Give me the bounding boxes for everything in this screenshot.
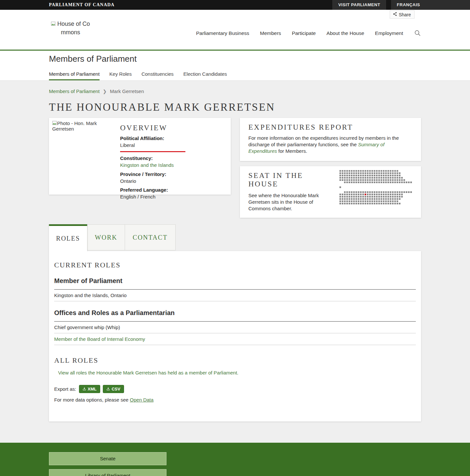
tab-work[interactable]: WORK	[87, 224, 125, 250]
seat-square	[381, 198, 382, 200]
seat-square	[369, 177, 371, 179]
seat-square	[401, 177, 403, 179]
offices-roles-heading: Offices and Roles as a Parliamentarian	[54, 309, 416, 322]
seat-square	[353, 175, 355, 176]
board-of-internal-economy-link[interactable]: Member of the Board of Internal Economy	[54, 336, 145, 342]
seat-square	[344, 177, 346, 179]
nav-members[interactable]: Members	[260, 30, 281, 36]
seat-square	[339, 170, 341, 172]
seat-square	[397, 194, 398, 195]
seat-square	[381, 182, 382, 183]
seat-square	[376, 170, 378, 172]
seat-square	[358, 194, 359, 195]
export-xml-button[interactable]: XML	[79, 385, 100, 393]
seat-square	[394, 203, 396, 204]
seat-square	[339, 175, 341, 176]
seat-square	[387, 191, 389, 193]
constituency-link[interactable]: Kingston and the Islands	[120, 162, 174, 168]
tab-members-of-parliament[interactable]: Members of Parliament	[49, 71, 100, 80]
seat-square	[367, 170, 368, 172]
seat-square	[346, 170, 348, 172]
search-button[interactable]	[414, 29, 421, 38]
seat-square	[346, 179, 348, 181]
seat-square	[371, 198, 373, 200]
share-button[interactable]: Share	[390, 10, 415, 19]
seat-square	[369, 191, 371, 193]
nav-employment[interactable]: Employment	[375, 30, 403, 36]
nav-participate[interactable]: Participate	[292, 30, 316, 36]
section-header: Members of Parliament Members of Parliam…	[0, 51, 470, 81]
seat-square	[408, 191, 410, 193]
seat-square	[397, 196, 398, 198]
seat-square	[339, 203, 341, 204]
tab-constituencies[interactable]: Constituencies	[141, 71, 173, 80]
open-data-link[interactable]: Open Data	[130, 397, 154, 403]
seat-square	[374, 203, 375, 204]
seat-square	[394, 196, 396, 198]
seat-square	[397, 175, 398, 176]
seat-square	[408, 182, 410, 183]
tab-election-candidates[interactable]: Election Candidates	[183, 71, 227, 80]
seat-square	[392, 196, 394, 198]
seat-square	[371, 172, 373, 174]
seat-square	[344, 200, 346, 202]
seat-square	[344, 191, 346, 193]
tab-roles[interactable]: ROLES	[49, 224, 87, 251]
seat-square	[362, 177, 364, 179]
seat-square	[392, 191, 394, 193]
overview-heading: OVERVIEW	[120, 124, 227, 132]
seat-square	[369, 200, 371, 202]
seat-square	[369, 170, 371, 172]
seat-square	[339, 179, 341, 181]
seat-square	[397, 170, 398, 172]
broken-image-icon	[51, 21, 57, 27]
download-icon	[106, 387, 110, 391]
footer-button-library[interactable]: Library of Parliament	[49, 469, 166, 476]
seat-square	[371, 196, 373, 198]
seat-square	[378, 196, 380, 198]
footer-button-senate[interactable]: Senate	[49, 452, 166, 465]
seat-square	[403, 191, 405, 193]
seat-square	[406, 182, 407, 183]
top-bar: PARLIAMENT OF CANADA VISIT PARLIAMENT FR…	[0, 0, 470, 10]
house-of-commons-logo[interactable]: House of Commons	[49, 20, 92, 50]
seat-square	[390, 172, 391, 174]
seat-square	[355, 172, 357, 174]
seat-square	[378, 200, 380, 202]
seat-square	[376, 172, 378, 174]
current-roles-heading: CURRENT ROLES	[54, 261, 416, 269]
nav-about-the-house[interactable]: About the House	[326, 30, 364, 36]
seat-square	[346, 172, 348, 174]
detail-tabs: ROLES WORK CONTACT	[49, 224, 421, 251]
seat-square	[387, 200, 389, 202]
expenditures-card: EXPENDITURES REPORT For more information…	[240, 118, 421, 161]
tab-key-roles[interactable]: Key Roles	[109, 71, 132, 80]
seat-square	[362, 172, 364, 174]
overview-card: Photo - Hon. Mark Gerretsen OVERVIEW Pol…	[49, 118, 231, 195]
seat-square	[339, 194, 341, 195]
seat-square	[351, 200, 352, 202]
seat-square	[403, 182, 405, 183]
seat-square	[344, 170, 346, 172]
seat-square	[353, 198, 355, 200]
tab-contact[interactable]: CONTACT	[125, 224, 176, 250]
breadcrumb-members-of-parliament[interactable]: Members of Parliament	[49, 88, 100, 94]
seat-in-house-card: SEAT IN THE HOUSE See where the Honourab…	[240, 166, 421, 218]
expenditures-text: For more information on the expenditures…	[248, 135, 413, 154]
seat-square	[365, 177, 366, 179]
seat-square	[360, 182, 362, 183]
seat-square	[344, 194, 346, 195]
export-csv-button[interactable]: CSV	[103, 385, 124, 393]
seat-square	[385, 198, 387, 200]
seat-square	[362, 203, 364, 204]
seating-chart[interactable]	[339, 170, 413, 212]
seat-square	[401, 182, 403, 183]
language-toggle-francais[interactable]: FRANÇAIS	[391, 0, 426, 10]
visit-parliament-link[interactable]: VISIT PARLIAMENT	[332, 0, 386, 10]
seat-square	[353, 203, 355, 204]
seat-square	[353, 179, 355, 181]
nav-parliamentary-business[interactable]: Parliamentary Business	[196, 30, 249, 36]
seat-square	[351, 170, 352, 172]
view-all-roles-link[interactable]: View all roles the Honourable Mark Gerre…	[58, 370, 239, 375]
seat-square	[339, 186, 341, 188]
